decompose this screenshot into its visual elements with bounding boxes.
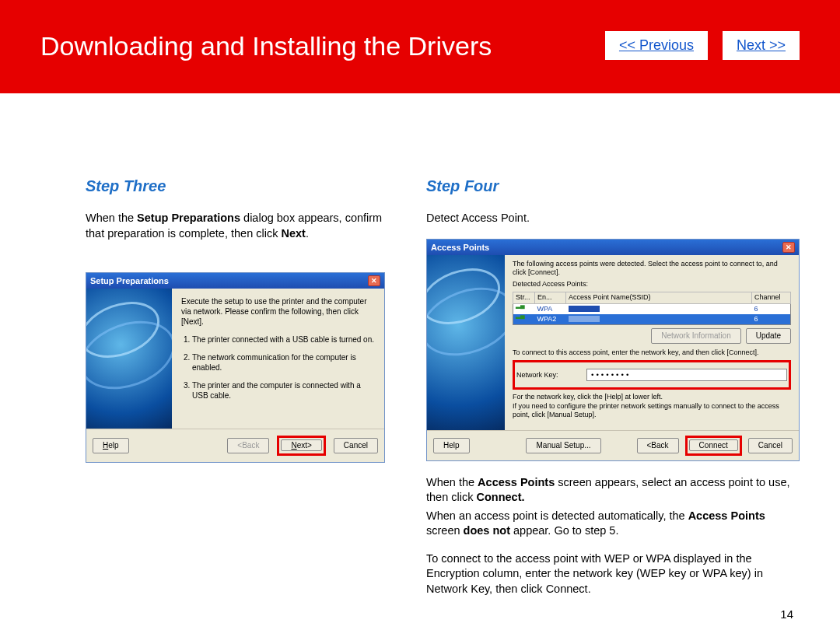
signal-icon <box>516 315 523 321</box>
dialog-intro: Execute the setup to use the printer and… <box>181 296 375 327</box>
close-icon[interactable]: ✕ <box>368 275 380 286</box>
dialog-main: The following access points were detecte… <box>505 255 799 430</box>
step-four-title: Step Four <box>426 177 800 195</box>
dialog-side-image <box>427 255 505 430</box>
step-three-title: Step Three <box>86 177 387 195</box>
dialog-body: Execute the setup to use the printer and… <box>86 289 384 429</box>
text: screen <box>426 524 464 537</box>
step-four-p2: When the Access Points screen appears, s… <box>426 475 800 506</box>
list-item: The printer connected with a USB cable i… <box>192 334 375 345</box>
back-button: <Back <box>227 438 269 453</box>
previous-link[interactable]: << Previous <box>619 37 694 53</box>
page-header: Downloading and Installing the Drivers <… <box>0 0 840 93</box>
step-four-p4: To connect to the access point with WEP … <box>426 551 800 597</box>
page-number: 14 <box>780 607 793 621</box>
access-points-dialog: Access Points ✕ The following access poi… <box>426 239 800 461</box>
page-title: Downloading and Installing the Drivers <box>40 31 492 61</box>
cell: 6 <box>752 314 791 325</box>
dialog-title: Setup Preparations <box>90 276 169 285</box>
col-ssid[interactable]: Access Point Name(SSID) <box>566 292 752 303</box>
text-bold: Next <box>281 227 305 240</box>
table-row[interactable]: WPA 6 <box>513 303 791 314</box>
next-highlight: Next> <box>277 436 325 456</box>
fine-print: For the network key, click the [Help] at… <box>513 393 791 419</box>
dialog-footer: Help <Back Next> Cancel <box>86 429 384 462</box>
text-bold: Setup Preparations <box>137 212 240 224</box>
network-info-button: Network Information <box>651 328 740 344</box>
cell: WPA2 <box>535 314 566 325</box>
network-key-highlight: Network Key: <box>513 360 791 390</box>
content-area: Step Three When the Setup Preparations d… <box>0 93 840 610</box>
cancel-button[interactable]: Cancel <box>748 438 793 453</box>
column-step-four: Step Four Detect Access Point. Access Po… <box>426 124 800 610</box>
dialog-intro: The following access points were detecte… <box>513 260 791 278</box>
dialog-main: Execute the setup to use the printer and… <box>172 289 384 429</box>
dialog-list: The printer connected with a USB cable i… <box>192 334 375 401</box>
redacted-ssid <box>569 306 600 312</box>
column-step-three: Step Three When the Setup Preparations d… <box>86 124 387 610</box>
cell: WPA <box>535 303 566 314</box>
list-item: The network communication for the comput… <box>192 352 375 373</box>
step-three-text: When the Setup Preparations dialog box a… <box>86 211 387 241</box>
connect-highlight: Connect <box>685 436 742 456</box>
text-bold: does not <box>464 524 510 537</box>
next-button[interactable]: Next> <box>281 439 321 451</box>
access-points-table: Str... En... Access Point Name(SSID) Cha… <box>513 292 791 325</box>
signal-icon <box>516 305 523 311</box>
step-four-p3: When an access point is detected automat… <box>426 509 800 539</box>
dialog-titlebar: Access Points ✕ <box>427 240 799 255</box>
nav-previous-box: << Previous <box>605 31 708 60</box>
help-button[interactable]: Help <box>93 438 129 453</box>
text: appear. Go to step 5. <box>510 524 618 537</box>
redacted-ssid <box>569 316 600 322</box>
table-buttons: Network Information Update <box>513 328 791 344</box>
text: When an access point is detected automat… <box>426 509 688 522</box>
dialog-titlebar: Setup Preparations ✕ <box>86 273 384 289</box>
next-link[interactable]: Next >> <box>737 37 786 53</box>
cell: 6 <box>752 303 791 314</box>
detect-text: Detect Access Point. <box>426 211 800 226</box>
text: . <box>306 227 309 240</box>
manual-setup-button[interactable]: Manual Setup... <box>526 438 600 453</box>
setup-preparations-dialog: Setup Preparations ✕ Execute the setup t… <box>86 272 385 463</box>
col-channel[interactable]: Channel <box>752 292 791 303</box>
dialog-body: The following access points were detecte… <box>427 255 799 430</box>
table-row-selected[interactable]: WPA2 6 <box>513 314 791 325</box>
cancel-button[interactable]: Cancel <box>334 438 378 453</box>
list-item: The printer and the computer is connecte… <box>192 380 375 401</box>
text-bold: Connect. <box>476 491 524 503</box>
update-button[interactable]: Update <box>746 328 791 344</box>
back-button[interactable]: <Back <box>637 438 679 453</box>
text-bold: Access Points <box>688 509 765 522</box>
nav-next-box: Next >> <box>723 31 800 60</box>
text-bold: Access Points <box>478 476 555 488</box>
col-encryption[interactable]: En... <box>535 292 566 303</box>
dialog-footer: Help Manual Setup... <Back Connect Cance… <box>427 430 799 460</box>
text: When the <box>426 476 478 488</box>
close-icon[interactable]: ✕ <box>782 242 795 253</box>
help-button[interactable]: Help <box>433 438 470 453</box>
dialog-side-image <box>86 289 172 429</box>
detected-label: Detected Access Points: <box>513 280 791 289</box>
connect-hint: To connect to this access point, enter t… <box>513 348 791 357</box>
dialog-title: Access Points <box>431 243 489 252</box>
network-key-label: Network Key: <box>516 371 579 380</box>
text: When the <box>86 212 137 224</box>
network-key-input[interactable] <box>586 369 787 381</box>
connect-button[interactable]: Connect <box>689 439 738 451</box>
